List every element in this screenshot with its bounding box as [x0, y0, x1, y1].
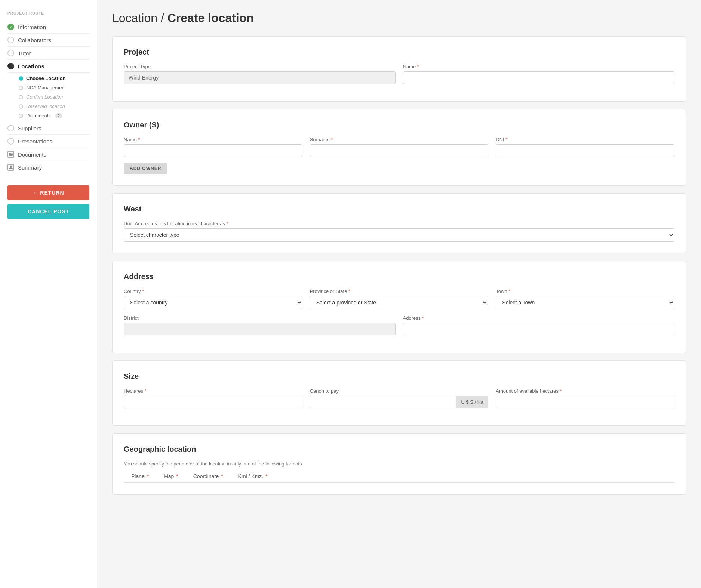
- owner-surname-label: Surname *: [310, 137, 489, 142]
- available-hectares-group: Amount of available hectares *: [496, 388, 674, 408]
- address-group: Address *: [403, 315, 675, 335]
- project-type-label: Project Type: [124, 64, 396, 69]
- sidebar-buttons: ← RETURN CANCEL POST: [7, 185, 89, 219]
- empty-dot-icon: [19, 95, 23, 99]
- canon-label: Canon to pay: [310, 388, 489, 394]
- country-select[interactable]: Select a country: [124, 296, 302, 309]
- project-card-title: Project: [124, 48, 674, 56]
- owner-dni-input[interactable]: [496, 144, 674, 157]
- project-name-label: Name *: [403, 64, 675, 69]
- owner-card: Owner (S) Name * Surname * DNI *: [112, 109, 686, 186]
- owner-name-input[interactable]: [124, 144, 302, 157]
- sidebar-subitem-choose-location[interactable]: Choose Location: [19, 74, 89, 83]
- empty-dot-icon: [19, 104, 23, 109]
- geo-tab-coordinate[interactable]: Coordinate *: [186, 470, 231, 483]
- sidebar-section-label: PROJECT ROUTE: [7, 11, 89, 15]
- project-form-row: Project Type Name *: [124, 64, 674, 84]
- sidebar-item-suppliers[interactable]: Suppliers: [7, 122, 89, 135]
- folder-icon: [7, 151, 14, 158]
- person-icon: [7, 164, 14, 171]
- address-input[interactable]: [403, 323, 675, 335]
- page-header: Location / Create location: [112, 11, 686, 25]
- owner-name-label: Name *: [124, 137, 302, 142]
- sidebar-item-collaborators[interactable]: Collaborators: [7, 34, 89, 47]
- geo-tab-plane[interactable]: Plane *: [124, 470, 156, 483]
- documents-badge: 2: [55, 113, 62, 118]
- page-title: Location / Create location: [112, 11, 686, 25]
- province-group: Province or State * Select a province or…: [310, 288, 489, 309]
- geo-card: Geographic location You should specify t…: [112, 433, 686, 495]
- svg-point-0: [10, 166, 12, 168]
- breadcrumb-plain: Location /: [112, 11, 164, 25]
- west-character-group: Uriel Ar creates this Location in its ch…: [124, 221, 674, 242]
- sidebar-subitem-nda[interactable]: NDA Management: [19, 83, 89, 92]
- available-hectares-input[interactable]: [496, 396, 674, 408]
- project-name-group: Name *: [403, 64, 675, 84]
- address-card: Address Country * Select a country Provi…: [112, 261, 686, 353]
- circle-icon: [7, 125, 14, 131]
- owner-dni-group: DNI *: [496, 137, 674, 157]
- canon-addon: U $ S / Ha: [456, 396, 488, 408]
- cancel-post-button[interactable]: CANCEL POST: [7, 204, 89, 219]
- district-label: District: [124, 315, 396, 321]
- canon-input[interactable]: [310, 396, 457, 408]
- owner-surname-input[interactable]: [310, 144, 489, 157]
- circle-icon: [7, 138, 14, 145]
- add-owner-button[interactable]: ADD OWNER: [124, 163, 167, 174]
- project-type-group: Project Type: [124, 64, 396, 84]
- sidebar-item-locations[interactable]: Locations: [7, 60, 89, 73]
- return-button[interactable]: ← RETURN: [7, 185, 89, 200]
- west-character-select[interactable]: Select character type Owner Representati…: [124, 228, 674, 242]
- size-card-title: Size: [124, 372, 674, 381]
- sidebar-item-documents[interactable]: Documents: [7, 148, 89, 161]
- country-group: Country * Select a country: [124, 288, 302, 309]
- address-label: Address *: [403, 315, 675, 321]
- owner-form-row: Name * Surname * DNI *: [124, 137, 674, 157]
- west-card: West Uriel Ar creates this Location in i…: [112, 193, 686, 253]
- owner-card-title: Owner (S): [124, 121, 674, 129]
- sidebar-item-tutor[interactable]: Tutor: [7, 47, 89, 60]
- project-type-input: [124, 71, 396, 84]
- sidebar-item-information[interactable]: ✓ Information: [7, 21, 89, 34]
- geo-tabs: Plane * Map * Coordinate * Kml / Kmz. *: [124, 470, 674, 483]
- sidebar-item-presentations[interactable]: Presentations: [7, 135, 89, 148]
- empty-dot-icon: [19, 114, 23, 118]
- province-select[interactable]: Select a province or State: [310, 296, 489, 309]
- circle-icon: [7, 37, 14, 43]
- geo-card-title: Geographic location: [124, 445, 674, 454]
- teal-dot-icon: [19, 76, 23, 81]
- hectares-input[interactable]: [124, 396, 302, 408]
- town-label: Town *: [496, 288, 674, 294]
- district-group: District: [124, 315, 396, 335]
- geo-description: You should specify the perimeter of the …: [124, 461, 674, 467]
- canon-group: Canon to pay U $ S / Ha: [310, 388, 489, 408]
- geo-tab-kml[interactable]: Kml / Kmz. *: [231, 470, 275, 483]
- check-icon: ✓: [7, 24, 14, 30]
- project-name-input[interactable]: [403, 71, 675, 84]
- district-input[interactable]: [124, 323, 396, 335]
- canon-input-wrapper: U $ S / Ha: [310, 396, 489, 408]
- hectares-label: Hectares *: [124, 388, 302, 394]
- town-select[interactable]: Select a Town: [496, 296, 674, 309]
- empty-dot-icon: [19, 86, 23, 90]
- sidebar-subitem-reserved-location[interactable]: Reserved location: [19, 102, 89, 111]
- sidebar: PROJECT ROUTE ✓ Information Collaborator…: [0, 0, 97, 588]
- sidebar-subitem-confirm-location[interactable]: Confirm Location: [19, 92, 89, 102]
- circle-icon: [7, 50, 14, 56]
- main-content: Location / Create location Project Proje…: [97, 0, 701, 588]
- owner-dni-label: DNI *: [496, 137, 674, 142]
- sidebar-subitems: Choose Location NDA Management Confirm L…: [7, 74, 89, 120]
- town-group: Town * Select a Town: [496, 288, 674, 309]
- country-label: Country *: [124, 288, 302, 294]
- sidebar-subitem-documents[interactable]: Documents 2: [19, 111, 89, 120]
- sidebar-item-summary[interactable]: Summary: [7, 161, 89, 174]
- province-label: Province or State *: [310, 288, 489, 294]
- address-top-row: Country * Select a country Province or S…: [124, 288, 674, 309]
- address-bottom-row: District Address *: [124, 315, 674, 335]
- address-card-title: Address: [124, 272, 674, 281]
- breadcrumb-bold: Create location: [167, 11, 254, 25]
- project-card: Project Project Type Name *: [112, 36, 686, 102]
- west-description-label: Uriel Ar creates this Location in its ch…: [124, 221, 674, 226]
- hectares-group: Hectares *: [124, 388, 302, 408]
- geo-tab-map[interactable]: Map *: [156, 470, 186, 483]
